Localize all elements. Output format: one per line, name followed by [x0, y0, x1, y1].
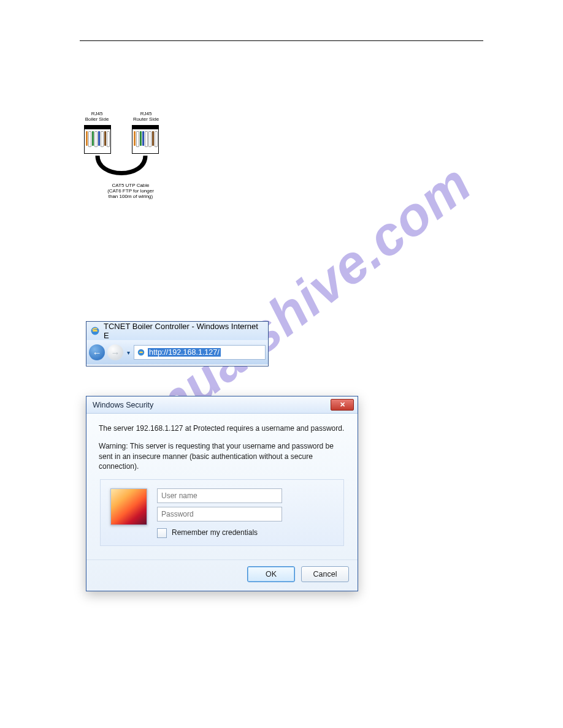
dialog-titlebar: Windows Security ✕: [86, 396, 358, 414]
url-field[interactable]: http://192.168.1.127/: [134, 345, 266, 360]
plug-label-left: RJ45Boiler Side: [82, 112, 112, 123]
remember-label: Remember my credentials: [172, 528, 258, 538]
ie-window-title: TCNET Boiler Controller - Windows Intern…: [104, 322, 264, 340]
dialog-warning: Warning: This server is requesting that …: [99, 441, 345, 472]
dialog-title: Windows Security: [93, 401, 153, 409]
windows-security-dialog: Windows Security ✕ The server 192.168.1.…: [86, 396, 358, 591]
close-button[interactable]: ✕: [331, 399, 354, 411]
checkbox-icon: [157, 528, 167, 538]
back-button[interactable]: ←: [89, 344, 105, 360]
dialog-body: The server 192.168.1.127 at Protected re…: [86, 414, 358, 559]
rj45-cable-diagram: RJ45Boiler Side RJ45Router Side CAT5 UTP…: [82, 112, 186, 210]
rj45-plug-left: [84, 125, 111, 156]
remember-credentials[interactable]: Remember my credentials: [157, 528, 334, 538]
dialog-message: The server 192.168.1.127 at Protected re…: [99, 423, 345, 434]
password-field[interactable]: [157, 507, 282, 521]
credentials-block: Remember my credentials: [100, 479, 344, 546]
cancel-button[interactable]: Cancel: [301, 566, 349, 582]
ie-icon: [90, 326, 100, 336]
username-field[interactable]: [157, 488, 282, 503]
user-avatar-icon: [110, 488, 147, 525]
cable-arc: [84, 156, 159, 180]
close-icon: ✕: [340, 401, 345, 409]
dialog-buttons: OK Cancel: [86, 559, 358, 591]
nav-history-dropdown-icon[interactable]: ▾: [126, 349, 131, 356]
rj45-pins-right: [132, 129, 159, 154]
rj45-plug-right: [132, 125, 159, 156]
plug-label-right: RJ45Router Side: [131, 112, 161, 123]
forward-button[interactable]: →: [107, 344, 123, 360]
ie-titlebar: TCNET Boiler Controller - Windows Intern…: [86, 322, 268, 340]
page-favicon-icon: [137, 348, 145, 357]
url-text: http://192.168.1.127/: [148, 348, 221, 357]
ie-address-bar: ← → ▾ http://192.168.1.127/: [86, 340, 268, 365]
ok-button[interactable]: OK: [247, 566, 295, 582]
ie-window-snippet: TCNET Boiler Controller - Windows Intern…: [86, 321, 269, 366]
header-rule: [80, 40, 483, 41]
rj45-pins-left: [84, 129, 111, 154]
cable-label: CAT5 UTP Cable(CAT6 FTP for longerthan 1…: [100, 183, 161, 200]
